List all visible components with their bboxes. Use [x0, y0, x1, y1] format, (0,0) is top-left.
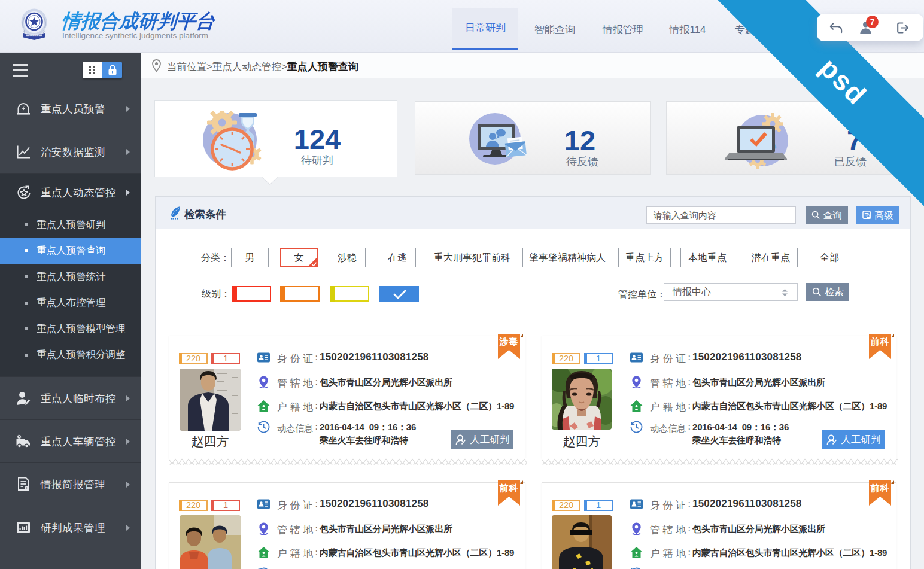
svg-text:1 2 3 4 5: 1 2 3 4 5 — [29, 35, 39, 38]
